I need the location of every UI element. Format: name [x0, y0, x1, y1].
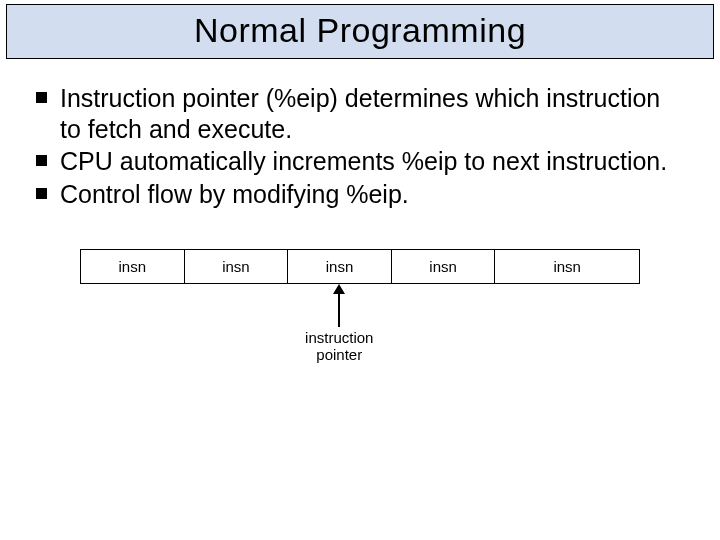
bullet-item: CPU automatically increments %eip to nex… [34, 146, 686, 177]
pointer-label-line: pointer [316, 346, 362, 363]
slide-title: Normal Programming [7, 11, 713, 50]
pointer-label: instruction pointer [305, 330, 373, 363]
bullet-item: Control flow by modifying %eip. [34, 179, 686, 210]
content-area: Instruction pointer (%eip) determines wh… [0, 59, 720, 374]
arrow-shaft [338, 293, 340, 327]
bullet-item: Instruction pointer (%eip) determines wh… [34, 83, 686, 144]
instruction-cell: insn [81, 250, 185, 283]
instruction-diagram: insn insn insn insn insn instruction poi… [80, 249, 640, 374]
pointer-label-line: instruction [305, 329, 373, 346]
instruction-cells: insn insn insn insn insn [80, 249, 640, 284]
instruction-cell: insn [185, 250, 289, 283]
bullet-list: Instruction pointer (%eip) determines wh… [34, 83, 686, 209]
instruction-cell: insn [288, 250, 392, 283]
pointer-arrow [333, 284, 345, 327]
slide: Normal Programming Instruction pointer (… [0, 4, 720, 540]
instruction-cell: insn [495, 250, 639, 283]
title-bar: Normal Programming [6, 4, 714, 59]
instruction-cell: insn [392, 250, 496, 283]
pointer-arrow-area: instruction pointer [80, 284, 640, 374]
